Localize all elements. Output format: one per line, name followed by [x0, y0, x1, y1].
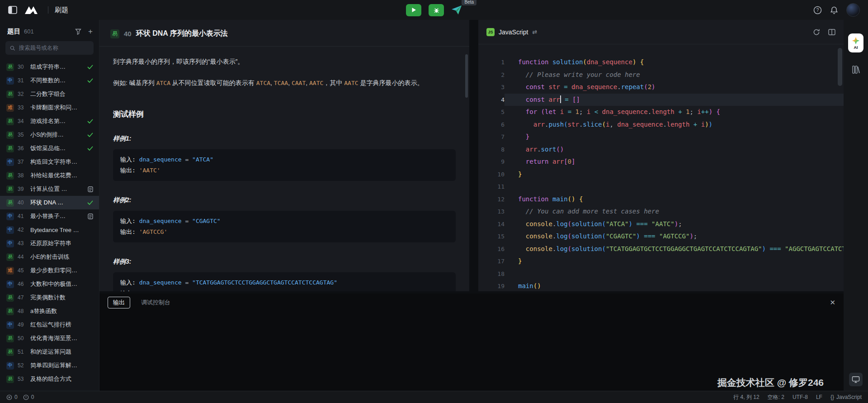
- problem-item[interactable]: 易44小E的射击训练: [0, 250, 99, 264]
- tab-debug-console[interactable]: 调试控制台: [141, 299, 170, 307]
- problem-item[interactable]: 难33卡牌翻面求和问…: [0, 101, 99, 114]
- sidebar-toggle-icon[interactable]: [8, 6, 17, 14]
- warning-icon: [23, 394, 29, 400]
- problem-item[interactable]: 易51和的逆运算问题: [0, 345, 99, 359]
- close-icon[interactable]: ✕: [830, 299, 835, 307]
- code-editor[interactable]: 1function solution(dna_sequence) {2 // P…: [478, 44, 844, 291]
- search-input[interactable]: [19, 45, 89, 51]
- indentation-setting[interactable]: 空格: 2: [768, 394, 784, 401]
- notifications-bell-icon[interactable]: [830, 6, 838, 14]
- run-button[interactable]: [406, 4, 421, 16]
- problem-number: 36: [18, 145, 27, 152]
- problem-item[interactable]: 易39计算从位置 …: [0, 182, 99, 196]
- language-selector[interactable]: JavaScript: [499, 28, 528, 36]
- problem-title: 简单四则运算解…: [30, 361, 83, 370]
- check-icon: [87, 146, 93, 151]
- problem-item[interactable]: 易35小S的倒排…: [0, 128, 99, 142]
- errors-indicator[interactable]: 0: [6, 394, 18, 400]
- problem-list[interactable]: 易30组成字符串…中31不同整数的…易32二分数字组合难33卡牌翻面求和问…易3…: [0, 58, 99, 391]
- problem-item[interactable]: 易40环状 DNA …: [0, 196, 99, 209]
- brand-label: 刷题: [55, 6, 68, 14]
- problem-item[interactable]: 易47完美偶数计数: [0, 291, 99, 304]
- difficulty-badge: 中: [6, 226, 14, 234]
- problem-item[interactable]: 中31不同整数的…: [0, 74, 99, 87]
- problem-title: 红包运气排行榜: [30, 321, 83, 329]
- line-number: 19: [478, 280, 505, 291]
- problem-item[interactable]: 中42Bytedance Tree …: [0, 223, 99, 237]
- user-avatar[interactable]: [846, 3, 860, 17]
- dna-inline-code: ATCA: [156, 80, 170, 86]
- problem-item[interactable]: 中49红包运气排行榜: [0, 318, 99, 332]
- problem-item[interactable]: 易50优化青海湖至景…: [0, 332, 99, 345]
- line-number: 10: [478, 168, 505, 181]
- code-line: 3 const str = dna_sequence.repeat(2): [478, 81, 844, 94]
- reset-code-icon[interactable]: [813, 28, 820, 36]
- difficulty-badge: 易: [6, 199, 14, 207]
- problem-title: 最少步数归零问…: [30, 266, 83, 275]
- problem-item[interactable]: 难45最少步数归零问…: [0, 264, 99, 277]
- language-swap-icon[interactable]: ⇄: [532, 28, 537, 35]
- problem-item[interactable]: 中43还原原始字符串: [0, 237, 99, 250]
- scrollbar-thumb[interactable]: [838, 48, 842, 86]
- problem-number: 48: [18, 308, 27, 314]
- problem-state: [87, 133, 94, 137]
- problem-number: 40: [124, 30, 132, 38]
- status-bar: 0 0 行 4, 列 12 空格: 2 UTF-8 LF {} JavaScri…: [0, 391, 868, 403]
- line-number: 14: [478, 218, 505, 231]
- language-mode[interactable]: {} JavaScript: [830, 394, 862, 400]
- problem-item[interactable]: 易48a替换函数: [0, 304, 99, 318]
- filter-icon[interactable]: [75, 28, 81, 35]
- braces-icon: {}: [830, 394, 834, 400]
- note-icon: [88, 213, 93, 219]
- problem-state: [87, 119, 94, 124]
- ai-send-button[interactable]: Beta: [451, 5, 462, 15]
- difficulty-badge: 难: [6, 267, 14, 275]
- problem-number: 42: [18, 227, 27, 233]
- code-line: 17}: [478, 255, 844, 268]
- problem-item[interactable]: 中41最小替换子…: [0, 209, 99, 223]
- split-view-icon[interactable]: [828, 29, 835, 35]
- cursor-position[interactable]: 行 4, 列 12: [733, 394, 759, 401]
- output-content: 掘金技术社区 @ 修罗246: [99, 312, 844, 391]
- problem-item[interactable]: 易36饭馆菜品临…: [0, 142, 99, 155]
- problem-item[interactable]: 易30组成字符串…: [0, 60, 99, 74]
- code-line: 5 for (let i = 1; i < dna_sequence.lengt…: [478, 106, 844, 119]
- encoding-setting[interactable]: UTF-8: [793, 394, 808, 400]
- problem-item[interactable]: 中52简单四则运算解…: [0, 359, 99, 372]
- warnings-indicator[interactable]: 0: [23, 394, 34, 400]
- ai-assistant-button[interactable]: AI: [848, 33, 863, 52]
- difficulty-badge: 易: [6, 172, 14, 180]
- problem-item[interactable]: 易38补给站最优花费…: [0, 169, 99, 182]
- problem-item[interactable]: 易34游戏排名第…: [0, 114, 99, 128]
- scrollbar-thumb[interactable]: [465, 54, 468, 98]
- problem-title: 还原原始字符串: [30, 239, 83, 247]
- difficulty-badge: 易: [6, 335, 14, 342]
- problem-item[interactable]: 易53及格的组合方式: [0, 372, 99, 386]
- add-problem-icon[interactable]: +: [88, 28, 93, 35]
- bug-icon: [433, 7, 440, 14]
- sidebar-title: 题目: [7, 27, 20, 36]
- sample-label: 样例3:: [113, 258, 456, 266]
- problem-title: 二分数字组合: [30, 90, 83, 98]
- library-icon[interactable]: [852, 65, 860, 74]
- search-icon: [10, 45, 15, 51]
- app-logo[interactable]: [24, 5, 42, 15]
- problem-header: 易 40 环状 DNA 序列的最小表示法: [99, 20, 469, 47]
- debug-button[interactable]: [429, 4, 444, 16]
- code-line: 2 // Please write your code here: [478, 69, 844, 81]
- monitor-button[interactable]: [849, 373, 863, 386]
- difficulty-badge: 易: [6, 348, 14, 356]
- problem-item[interactable]: 中37构造回文字符串…: [0, 155, 99, 169]
- problem-item[interactable]: 易32二分数字组合: [0, 87, 99, 101]
- eol-setting[interactable]: LF: [816, 394, 822, 400]
- problem-item[interactable]: 中46大数和中的极值…: [0, 277, 99, 291]
- problem-description[interactable]: 到字典序最小的序列，即该序列的“最小表示”。 例如: 碱基序列 ATCA 从不同…: [99, 47, 469, 291]
- difficulty-badge: 易: [6, 375, 14, 383]
- dna-inline-code: AATC: [344, 80, 358, 86]
- line-number: 15: [478, 230, 505, 243]
- problem-number: 44: [18, 254, 27, 260]
- monitor-icon: [852, 376, 860, 383]
- help-icon[interactable]: ?: [813, 6, 822, 14]
- difficulty-badge: 中: [6, 240, 14, 247]
- tab-output[interactable]: 输出: [108, 297, 130, 308]
